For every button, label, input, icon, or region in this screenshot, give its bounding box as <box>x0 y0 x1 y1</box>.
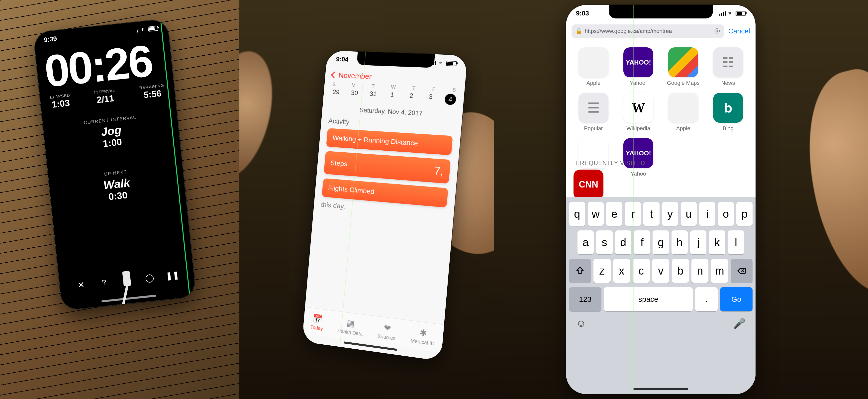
favorite-apple[interactable]: Apple <box>663 93 703 132</box>
tab-label: Medical ID <box>410 338 435 347</box>
notch <box>609 5 713 19</box>
key-q[interactable]: q <box>569 202 585 226</box>
key-f[interactable]: f <box>634 231 650 254</box>
pause-button[interactable]: ❚❚ <box>166 269 179 282</box>
favorite-icon: YAHOO! <box>623 48 653 77</box>
key-space[interactable]: space <box>604 287 693 311</box>
key-l[interactable]: l <box>728 231 744 254</box>
current-interval-section: CURRENT INTERVAL Jog 1:00 <box>43 111 180 155</box>
calendar-day[interactable]: 29 <box>331 88 342 99</box>
elapsed-value: 1:03 <box>50 97 71 110</box>
key-row-bottom: 123 space . Go <box>569 287 752 311</box>
favorite-apple[interactable]: Apple <box>574 48 613 86</box>
dictation-button[interactable]: 🎤 <box>733 318 746 330</box>
activity-cards: Walking + Running DistanceSteps7,Flights… <box>322 128 453 208</box>
key-t[interactable]: t <box>643 202 659 226</box>
frequently-visited-header: FREQUENTLY VISITED <box>576 160 645 166</box>
key-h[interactable]: h <box>672 231 688 254</box>
favorite-bing[interactable]: bBing <box>708 93 748 132</box>
key-go[interactable]: Go <box>720 287 752 311</box>
calendar-day[interactable]: 3 <box>425 93 437 104</box>
favorite-icon: W <box>623 93 653 123</box>
status-time: 9:03 <box>576 9 589 17</box>
key-m[interactable]: m <box>711 259 728 283</box>
signal-icon <box>719 11 725 16</box>
key-g[interactable]: g <box>653 231 669 254</box>
favorite-icon <box>668 93 698 123</box>
calendar-day[interactable]: 30 <box>349 89 360 100</box>
favorite-icon: CNN <box>574 170 603 200</box>
calendar-day[interactable]: 2 <box>405 92 417 103</box>
key-s[interactable]: s <box>596 231 612 254</box>
cancel-button[interactable]: Cancel <box>728 27 750 35</box>
emoji-button[interactable]: ☺ <box>576 318 586 330</box>
iphone-safari: 9:03 ᯤ 🔒https://www.google.ca/amp/montre… <box>566 5 755 394</box>
favorite-label: Bing <box>723 125 734 132</box>
key-a[interactable]: a <box>578 231 594 254</box>
clear-icon[interactable]: ⓧ <box>714 27 720 35</box>
interval-value: 2/11 <box>94 93 117 105</box>
panel-safari-phone: 9:03 ᯤ 🔒https://www.google.ca/amp/montre… <box>494 0 868 399</box>
favorite-label: Yahoo! <box>630 80 647 86</box>
key-j[interactable]: j <box>690 231 706 254</box>
key-z[interactable]: z <box>593 259 611 283</box>
status-time: 9:04 <box>336 55 349 63</box>
activity-card[interactable]: Walking + Running Distance <box>326 128 453 155</box>
favorite-google-maps[interactable]: Google Maps <box>663 48 703 86</box>
key-x[interactable]: x <box>613 259 630 283</box>
battery-icon <box>736 11 746 16</box>
calendar-day[interactable]: 4 <box>444 94 457 105</box>
weekday-label: T <box>412 85 415 91</box>
home-indicator[interactable] <box>633 388 688 390</box>
tab-sources[interactable]: ❤Sources <box>377 322 397 341</box>
up-next-section: UP NEXT Walk 0:30 <box>49 163 186 209</box>
favorite-icon: ☰ <box>579 93 609 123</box>
favorite-yahoo-[interactable]: YAHOO!Yahoo! <box>618 48 658 86</box>
tab-medical-id[interactable]: ✱Medical ID <box>410 326 436 347</box>
weekday-label: M <box>351 82 356 88</box>
key-row-2: asdfghjkl <box>569 231 752 254</box>
key-o[interactable]: o <box>718 202 734 226</box>
key-123[interactable]: 123 <box>569 287 601 311</box>
weekday-label: S <box>452 87 456 93</box>
key-u[interactable]: u <box>681 202 697 226</box>
panel-health-phone: 9:04 ᯤ November SMTWTFS 2930311234 Satur… <box>239 0 494 399</box>
favorite-icon <box>579 48 609 77</box>
tab-today[interactable]: 📅Today <box>310 313 324 331</box>
favorite-yahoo[interactable]: YAHOO!Yahoo <box>618 138 658 177</box>
weekday-label: T <box>372 83 375 89</box>
favorite-popular[interactable]: ☰Popular <box>574 93 613 132</box>
key-e[interactable]: e <box>606 202 622 226</box>
favorite-label: Apple <box>587 80 600 86</box>
activity-card[interactable]: Steps7, <box>324 151 451 184</box>
keyboard-toolbar: ☺ 🎤 <box>566 316 755 330</box>
iphone-health: 9:04 ᯤ November SMTWTFS 2930311234 Satur… <box>302 51 468 361</box>
favorite-label: Wikipedia <box>626 125 650 132</box>
url-bar: 🔒https://www.google.ca/amp/montreaⓧ Canc… <box>571 25 750 38</box>
key-r[interactable]: r <box>625 202 641 226</box>
key-dot[interactable]: . <box>695 287 718 311</box>
favorite-news[interactable]: ☷News <box>708 48 748 86</box>
key-shift[interactable] <box>569 259 591 283</box>
tab-label: Sources <box>377 333 396 341</box>
key-backspace[interactable] <box>731 259 752 283</box>
key-c[interactable]: c <box>632 259 650 283</box>
calendar-day[interactable]: 31 <box>367 90 379 101</box>
close-button[interactable]: ✕ <box>74 278 88 291</box>
key-k[interactable]: k <box>709 231 725 254</box>
key-b[interactable]: b <box>672 259 689 283</box>
key-w[interactable]: w <box>588 202 604 226</box>
card-value: 7, <box>434 164 444 178</box>
calendar-day[interactable]: 1 <box>386 91 398 102</box>
favorite-wikipedia[interactable]: WWikipedia <box>618 93 658 132</box>
tab-icon: ✱ <box>420 327 427 338</box>
key-v[interactable]: v <box>652 259 670 283</box>
key-d[interactable]: d <box>615 231 631 254</box>
key-y[interactable]: y <box>662 202 678 226</box>
address-field[interactable]: 🔒https://www.google.ca/amp/montreaⓧ <box>571 25 724 38</box>
key-n[interactable]: n <box>691 259 709 283</box>
tab-icon: 📅 <box>312 313 323 324</box>
key-i[interactable]: i <box>699 202 715 226</box>
key-row-1: qwertyuiop <box>569 202 752 226</box>
key-p[interactable]: p <box>736 202 752 226</box>
